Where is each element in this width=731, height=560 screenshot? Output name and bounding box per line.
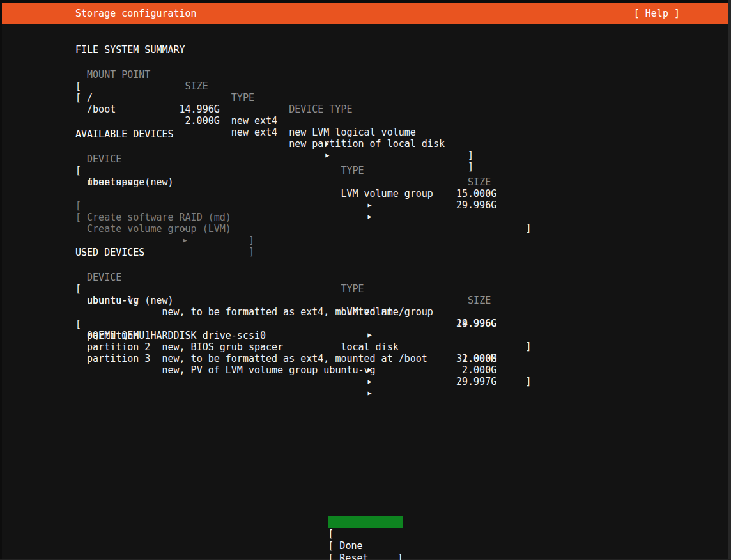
used-row-partition-1[interactable]: partition 1 new, BIOS grub spacer 1.000M… — [75, 318, 731, 330]
filesystem-table-header: MOUNT POINT SIZE TYPE DEVICE TYPE — [75, 58, 731, 69]
volume-name: ubuntu-lv — [87, 295, 139, 306]
back-button[interactable]: [ Back ] — [328, 540, 403, 552]
bracket-close: ] — [397, 552, 403, 560]
done-button[interactable]: [ Done ] — [328, 516, 403, 528]
filesystem-summary-heading: FILE SYSTEM SUMMARY — [75, 33, 731, 44]
expand-arrow-icon[interactable]: ▶ — [368, 387, 372, 399]
bracket-close: ] — [525, 222, 531, 234]
bracket-open: [ — [75, 212, 81, 223]
used-table-header: DEVICE TYPE SIZE — [75, 260, 731, 272]
used-row-partition-2[interactable]: partition 2 new, to be formatted as ext4… — [75, 330, 731, 341]
create-raid-action: [ Create software RAID (md) ▶ ] — [75, 189, 731, 200]
title-bar: Storage configuration [ Help ] — [2, 3, 728, 24]
col-device-type: DEVICE TYPE — [289, 104, 352, 115]
used-row-partition-3[interactable]: partition 3 new, PV of LVM volume group … — [75, 341, 731, 353]
bracket-close: ] — [525, 376, 531, 387]
bracket-open: [ — [328, 552, 334, 560]
size-value: 2.000G — [450, 364, 496, 376]
mount-point: /boot — [87, 104, 116, 115]
available-row-free-space[interactable]: free space 15.000G ▶ — [75, 165, 731, 176]
footer-button-stack: [ Done ] [ Reset ] [ Back ] — [0, 516, 731, 552]
bracket-open: [ — [75, 92, 81, 104]
size-value: 1.000M — [450, 353, 496, 364]
fs-row-root[interactable]: [ / 14.996G new ext4 new LVM logical vol… — [75, 69, 731, 81]
used-row-ubuntu-lv[interactable]: ubuntu-lv new, to be formatted as ext4, … — [75, 283, 731, 295]
device-name: free space — [87, 176, 144, 188]
size-value: 29.997G — [450, 376, 496, 387]
used-row-harddisk[interactable]: [ 0QEMU_QEMU_HARDDISK_drive-scsi0 local … — [75, 307, 731, 318]
content-area: FILE SYSTEM SUMMARY MOUNT POINT SIZE TYP… — [75, 24, 731, 560]
action-label: Create volume group (LVM) — [87, 223, 231, 235]
size-value: 14.996G — [174, 104, 220, 115]
expand-arrow-icon[interactable]: ▶ — [368, 376, 372, 387]
window-edge-left — [0, 0, 2, 560]
used-row-ubuntu-vg[interactable]: [ ubuntu-vg (new) LVM volume group 29.99… — [75, 272, 731, 283]
help-button[interactable]: [ Help ] — [634, 8, 680, 19]
col-size: SIZE — [468, 295, 491, 306]
available-row-ubuntu-vg[interactable]: [ ubuntu-vg (new) LVM volume group 29.99… — [75, 153, 731, 165]
col-size: SIZE — [468, 176, 491, 188]
partition-name: partition 3 — [87, 353, 150, 364]
col-type: TYPE — [231, 92, 254, 104]
expand-arrow-icon[interactable]: ▶ — [368, 211, 372, 222]
available-table-header: DEVICE TYPE SIZE — [75, 142, 731, 153]
partition-desc: new, to be formatted as ext4, mounted at… — [162, 353, 427, 364]
available-devices-heading: AVAILABLE DEVICES — [75, 117, 731, 128]
fs-row-boot[interactable]: [ /boot 2.000G new ext4 new partition of… — [75, 81, 731, 92]
action-label: Create software RAID (md) — [87, 212, 231, 223]
reset-button[interactable]: [ Reset ] — [328, 528, 403, 540]
page-title: Storage configuration — [75, 8, 197, 19]
bracket-close: ] — [249, 246, 254, 258]
partition-desc: new, PV of LVM volume group ubuntu-vg — [162, 364, 375, 376]
create-vg-action: [ Create volume group (LVM) ▶ ] — [75, 200, 731, 212]
storage-configuration-screen: { "ui": { "lb": "[", "rb": "]", "arrow":… — [0, 0, 731, 560]
used-devices-heading: USED DEVICES — [75, 235, 731, 247]
